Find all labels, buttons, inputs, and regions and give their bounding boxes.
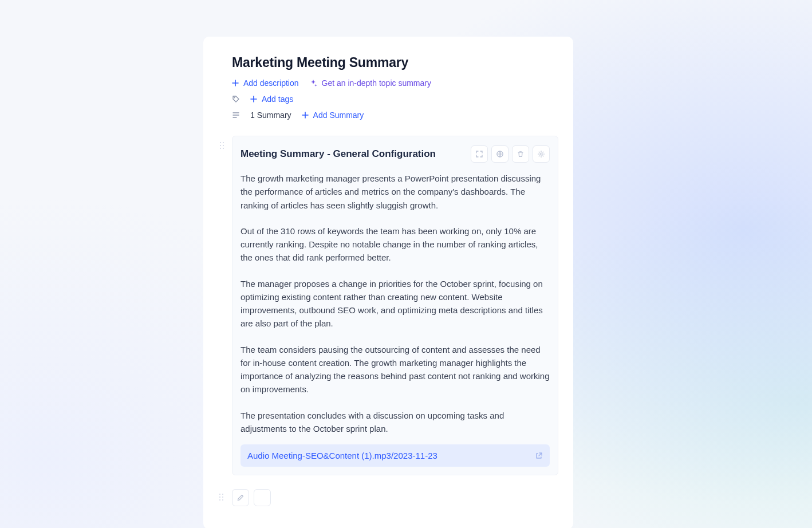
- plus-icon: [232, 80, 239, 86]
- document-card: Marketing Meeting Summary Add descriptio…: [203, 37, 573, 528]
- attachment-label: Audio Meeting-SEO&Content (1).mp3/2023-1…: [247, 451, 437, 460]
- summary-body: The growth marketing manager presents a …: [241, 172, 550, 435]
- summary-paragraph: The growth marketing manager presents a …: [241, 172, 550, 212]
- drag-handle[interactable]: [219, 494, 223, 501]
- summary-block: Meeting Summary - General Configuration: [232, 136, 558, 475]
- tag-icon: [232, 95, 240, 103]
- summary-paragraph: Out of the 310 rows of keywords the team…: [241, 224, 550, 265]
- summary-count-label: 1 Summary: [250, 111, 291, 120]
- expand-button[interactable]: [471, 145, 488, 163]
- drag-handle[interactable]: [220, 142, 224, 149]
- add-summary-button[interactable]: Add Summary: [302, 111, 364, 120]
- add-tags-button[interactable]: Add tags: [250, 94, 293, 104]
- summary-header: Meeting Summary - General Configuration: [241, 145, 550, 163]
- svg-point-2: [540, 153, 542, 155]
- topic-summary-label: Get an in-depth topic summary: [322, 78, 431, 88]
- list-icon: [232, 111, 240, 119]
- summary-title: Meeting Summary - General Configuration: [241, 148, 436, 160]
- summary-paragraph: The manager proposes a change in priorit…: [241, 277, 550, 330]
- plus-icon: [250, 96, 257, 103]
- drag-dots-icon: [219, 494, 223, 501]
- gear-icon: [537, 150, 545, 158]
- actions-row: Add description Get an in-depth topic su…: [232, 78, 558, 88]
- add-summary-label: Add Summary: [313, 111, 364, 120]
- get-topic-summary-button[interactable]: Get an in-depth topic summary: [309, 78, 431, 88]
- globe-button[interactable]: [491, 145, 509, 163]
- plus-icon: [302, 112, 309, 119]
- summary-paragraph: The team considers pausing the outsourci…: [241, 343, 550, 396]
- summary-paragraph: The presentation concludes with a discus…: [241, 409, 550, 436]
- expand-icon: [475, 150, 483, 158]
- trash-icon: [517, 150, 525, 158]
- edit-button[interactable]: [232, 489, 249, 506]
- summary-toolbar: [471, 145, 550, 163]
- sparkle-icon: [309, 79, 317, 87]
- page-title: Marketing Meeting Summary: [232, 55, 558, 70]
- svg-point-0: [234, 97, 235, 98]
- bottom-block: [232, 489, 558, 506]
- pencil-icon: [236, 494, 245, 502]
- secondary-button[interactable]: [254, 489, 271, 506]
- blank-icon: [258, 494, 266, 502]
- add-tags-label: Add tags: [262, 94, 293, 104]
- add-description-label: Add description: [243, 78, 299, 88]
- attachment-chip[interactable]: Audio Meeting-SEO&Content (1).mp3/2023-1…: [241, 444, 550, 467]
- globe-icon: [496, 150, 504, 158]
- add-description-button[interactable]: Add description: [232, 78, 299, 88]
- delete-button[interactable]: [512, 145, 529, 163]
- settings-button[interactable]: [533, 145, 550, 163]
- open-external-icon: [535, 452, 543, 460]
- drag-dots-icon: [220, 142, 224, 149]
- summary-count-row: 1 Summary Add Summary: [232, 111, 558, 120]
- tags-row: Add tags: [232, 94, 558, 104]
